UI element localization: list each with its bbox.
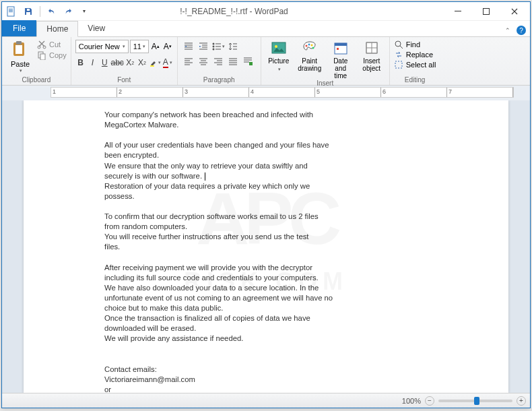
minimize-button[interactable] xyxy=(444,2,472,21)
svg-point-21 xyxy=(275,45,277,48)
replace-button[interactable]: Replace xyxy=(394,50,436,59)
zoom-out-button[interactable]: − xyxy=(425,396,434,406)
bullets-button[interactable]: ▾ xyxy=(211,40,225,53)
svg-rect-28 xyxy=(337,48,339,50)
paste-button[interactable]: Paste ▾ xyxy=(6,38,34,76)
help-button[interactable]: ? xyxy=(517,26,526,35)
replace-icon xyxy=(394,50,403,59)
ruler[interactable]: 1234567 xyxy=(51,87,514,98)
paint-icon xyxy=(302,40,318,56)
align-left-button[interactable] xyxy=(182,55,195,68)
select-all-button[interactable]: Select all xyxy=(394,60,436,69)
editing-label: Editing xyxy=(394,76,436,85)
svg-point-17 xyxy=(212,46,214,48)
select-icon xyxy=(394,60,403,69)
zoom-slider[interactable] xyxy=(438,400,512,402)
document-page[interactable]: APC RISK.COM Your company's network has … xyxy=(24,100,508,393)
zoom-in-button[interactable]: + xyxy=(517,396,526,406)
view-tab[interactable]: View xyxy=(78,20,114,36)
align-center-button[interactable] xyxy=(197,55,210,68)
svg-rect-14 xyxy=(40,54,45,60)
paragraph-group: ▾ Paragraph xyxy=(178,37,261,85)
font-name-combo[interactable]: Courier New▾ xyxy=(75,40,129,53)
justify-button[interactable] xyxy=(226,55,240,68)
line-spacing-button[interactable] xyxy=(226,40,240,53)
titlebar: ▾ !-!_README_!-!.rtf - WordPad xyxy=(2,2,530,21)
object-icon xyxy=(364,40,380,56)
insert-group: Picture▾ Paint drawing Date and time Ins… xyxy=(261,37,390,85)
find-button[interactable]: Find xyxy=(394,40,436,49)
window-title: !-!_README_!-!.rtf - WordPad xyxy=(24,7,444,16)
picture-icon xyxy=(271,40,287,56)
paragraph-dialog-button[interactable] xyxy=(241,55,255,68)
align-right-button[interactable] xyxy=(211,55,225,68)
svg-rect-31 xyxy=(395,61,402,68)
svg-point-24 xyxy=(310,44,312,46)
copy-button[interactable]: Copy xyxy=(37,51,67,60)
svg-rect-1 xyxy=(9,9,13,9)
grow-font-button[interactable]: A▴ xyxy=(150,40,161,53)
svg-rect-15 xyxy=(150,65,154,67)
app-window: ▾ !-!_README_!-!.rtf - WordPad File Home… xyxy=(1,1,531,408)
file-tab[interactable]: File xyxy=(2,20,36,36)
underline-button[interactable]: U xyxy=(99,56,110,69)
calendar-icon xyxy=(333,40,349,56)
maximize-button[interactable] xyxy=(472,2,500,21)
cut-icon xyxy=(37,40,46,49)
copy-icon xyxy=(37,51,46,60)
svg-point-22 xyxy=(305,45,307,47)
font-group: Courier New▾ 11▾ A▴ A▾ B I U abc X2 X2 ▾… xyxy=(71,37,178,85)
ruler-area: 1234567 xyxy=(2,86,530,100)
svg-rect-9 xyxy=(16,41,22,44)
strikethrough-button[interactable]: abc xyxy=(111,56,123,69)
close-button[interactable] xyxy=(500,2,529,21)
picture-button[interactable]: Picture▾ xyxy=(265,40,292,80)
font-label: Font xyxy=(75,76,173,85)
italic-button[interactable]: I xyxy=(88,56,98,69)
font-color-button[interactable]: A▾ xyxy=(162,56,173,69)
shrink-font-button[interactable]: A▾ xyxy=(162,40,173,53)
font-size-combo[interactable]: 11▾ xyxy=(130,40,149,53)
increase-indent-button[interactable] xyxy=(197,40,210,53)
clipboard-label: Clipboard xyxy=(6,76,67,85)
app-icon xyxy=(6,6,17,17)
svg-rect-19 xyxy=(249,62,253,65)
editing-group: Find Replace Select all Editing xyxy=(390,37,440,85)
find-icon xyxy=(394,40,403,49)
svg-rect-10 xyxy=(15,45,22,54)
svg-point-30 xyxy=(395,41,401,46)
subscript-button[interactable]: X2 xyxy=(125,56,135,69)
home-tab[interactable]: Home xyxy=(36,21,78,37)
svg-point-16 xyxy=(212,43,214,45)
svg-rect-3 xyxy=(9,11,13,12)
collapse-ribbon-button[interactable]: ⌃ xyxy=(502,24,514,36)
svg-rect-27 xyxy=(335,43,347,46)
svg-rect-2 xyxy=(9,10,13,11)
date-time-button[interactable]: Date and time xyxy=(327,40,354,80)
bold-button[interactable]: B xyxy=(75,56,86,69)
ribbon-tabbar: File Home View ⌃ ? xyxy=(2,21,530,37)
cut-button[interactable]: Cut xyxy=(37,40,67,49)
insert-object-button[interactable]: Insert object xyxy=(358,40,385,80)
svg-rect-6 xyxy=(455,11,461,11)
paint-drawing-button[interactable]: Paint drawing xyxy=(296,40,323,80)
highlight-button[interactable]: ▾ xyxy=(149,56,161,69)
document-area[interactable]: APC RISK.COM Your company's network has … xyxy=(2,100,530,393)
ribbon: Paste ▾ Cut Copy Clipboard Courier New▾ … xyxy=(2,37,530,86)
svg-point-18 xyxy=(212,49,214,51)
svg-point-25 xyxy=(312,47,314,49)
statusbar: 100% − + xyxy=(2,393,530,408)
svg-point-23 xyxy=(308,44,310,46)
window-controls xyxy=(444,2,529,21)
paragraph-label: Paragraph xyxy=(182,76,257,85)
superscript-button[interactable]: X2 xyxy=(137,56,147,69)
clipboard-group: Paste ▾ Cut Copy Clipboard xyxy=(2,37,71,85)
paste-icon xyxy=(11,40,30,59)
decrease-indent-button[interactable] xyxy=(182,40,195,53)
svg-rect-7 xyxy=(484,8,490,14)
zoom-level: 100% xyxy=(402,397,421,405)
document-text[interactable]: Your company's network has been breached… xyxy=(104,110,414,393)
